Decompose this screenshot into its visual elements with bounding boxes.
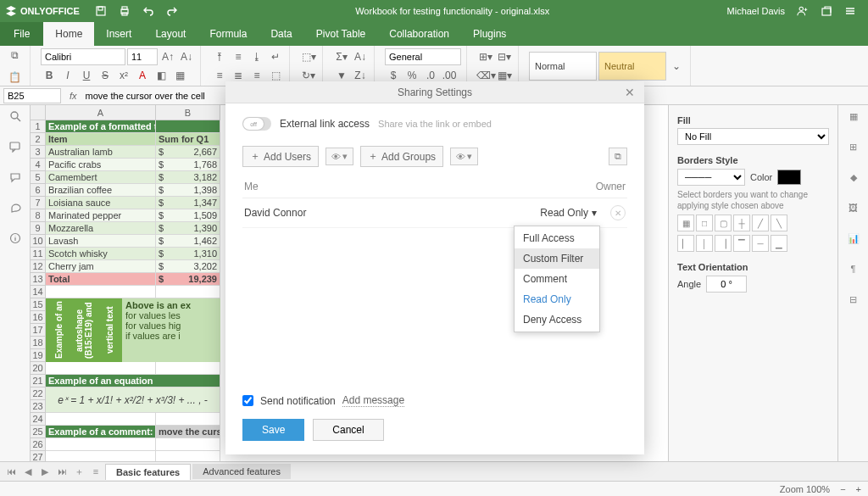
undo-icon[interactable] — [142, 5, 154, 17]
close-icon[interactable]: ✕ — [622, 85, 637, 100]
groups-visibility-button[interactable]: 👁▾ — [450, 148, 478, 165]
row-header[interactable]: 19 — [31, 349, 46, 362]
border-horiz-icon[interactable]: ─ — [752, 235, 769, 252]
col-header-b[interactable]: B — [156, 105, 220, 120]
chart-settings-icon[interactable]: 📊 — [846, 231, 861, 246]
wrap-icon[interactable]: ↵ — [267, 48, 284, 65]
copy-icon[interactable]: ⧉ — [7, 47, 24, 64]
row-header[interactable]: 27 — [31, 451, 46, 461]
col-header-a[interactable]: A — [46, 105, 156, 120]
menu-data[interactable]: Data — [259, 22, 303, 46]
cell[interactable]: $1,509 — [156, 209, 220, 222]
cell[interactable]: $1,462 — [156, 235, 220, 248]
cell[interactable]: $2,667 — [156, 146, 220, 159]
external-link-toggle[interactable]: off — [242, 117, 271, 131]
border-vert-icon[interactable]: │ — [696, 235, 713, 252]
pivot-settings-icon[interactable]: ⊟ — [846, 292, 861, 307]
add-user-icon[interactable] — [797, 5, 809, 17]
perm-full-access[interactable]: Full Access — [515, 228, 599, 248]
row-header[interactable]: 10 — [31, 235, 46, 248]
embed-button[interactable]: ⧉ — [609, 148, 627, 165]
sort-asc-icon[interactable]: A↓ — [352, 48, 369, 65]
cell[interactable]: Loisiana sauce — [46, 197, 156, 209]
cell[interactable]: Brazilian coffee — [46, 184, 156, 197]
comment-cell[interactable]: move the curs — [156, 426, 220, 438]
font-name-select[interactable] — [41, 48, 125, 65]
border-outer-icon[interactable]: ▢ — [715, 215, 732, 231]
cell[interactable]: Pacific crabs — [46, 159, 156, 171]
cell[interactable]: Marinated pepper — [46, 209, 156, 222]
row-header[interactable]: 16 — [31, 311, 46, 324]
permission-select[interactable]: Read Only ▾ — [540, 207, 610, 219]
cell[interactable]: Total — [46, 273, 156, 286]
cell[interactable]: $1,310 — [156, 248, 220, 260]
cell[interactable]: Lavash — [46, 235, 156, 248]
open-location-icon[interactable] — [821, 5, 832, 17]
border-bottom-icon[interactable]: ▁ — [771, 235, 787, 252]
cell[interactable]: Example of a formatted table — [46, 120, 156, 133]
cell[interactable]: Camembert — [46, 171, 156, 184]
table-settings-icon[interactable]: ⊞ — [846, 139, 861, 154]
underline-button[interactable]: U — [78, 67, 95, 84]
perm-read-only[interactable]: Read Only — [515, 289, 599, 309]
border-all-icon[interactable]: ▦ — [677, 215, 694, 231]
search-icon[interactable] — [8, 109, 23, 124]
menu-insert[interactable]: Insert — [94, 22, 143, 46]
sheet-tab-advanced[interactable]: Advanced features — [192, 464, 291, 479]
row-header[interactable]: 7 — [31, 197, 46, 209]
border-inner-icon[interactable]: ┼ — [733, 215, 750, 231]
named-range-icon[interactable]: ⬚▾ — [300, 48, 317, 65]
row-header[interactable]: 4 — [31, 159, 46, 171]
sheet-add-icon[interactable]: ＋ — [71, 464, 86, 479]
add-users-button[interactable]: ＋Add Users — [242, 146, 319, 167]
zoom-label[interactable]: Zoom 100% — [780, 484, 830, 494]
row-header[interactable]: 5 — [31, 171, 46, 184]
fill-color-icon[interactable]: ◧ — [153, 67, 170, 84]
menu-bars-icon[interactable] — [844, 5, 856, 17]
italic-button[interactable]: I — [59, 67, 76, 84]
border-color-swatch[interactable] — [777, 170, 801, 185]
cell[interactable]: $1,398 — [156, 184, 220, 197]
image-settings-icon[interactable]: 🖼 — [846, 200, 861, 215]
print-icon[interactable] — [119, 5, 131, 17]
fx-icon[interactable]: fx — [64, 91, 82, 101]
sheet-first-icon[interactable]: ⏮ — [3, 464, 19, 479]
zoom-out-icon[interactable]: − — [840, 484, 845, 494]
row-header[interactable]: 24 — [31, 413, 46, 426]
menu-formula[interactable]: Formula — [198, 22, 259, 46]
border-diag1-icon[interactable]: ╱ — [752, 215, 769, 231]
row-header[interactable]: 25 — [31, 426, 46, 438]
menu-home[interactable]: Home — [43, 22, 94, 46]
sheet-next-icon[interactable]: ▶ — [37, 464, 53, 479]
cell[interactable]: $3,202 — [156, 260, 220, 273]
row-header[interactable]: 3 — [31, 146, 46, 159]
row-header[interactable]: 9 — [31, 222, 46, 235]
cell[interactable]: Cherry jam — [46, 260, 156, 273]
row-header[interactable]: 22 — [31, 387, 46, 400]
border-style-select[interactable]: ──── — [677, 169, 745, 186]
row-header[interactable]: 14 — [31, 286, 46, 298]
menu-plugins[interactable]: Plugins — [461, 22, 518, 46]
border-none-icon[interactable]: □ — [696, 215, 713, 231]
border-top-icon[interactable]: ▔ — [733, 235, 750, 252]
save-button[interactable]: Save — [242, 419, 304, 441]
add-message-link[interactable]: Add message — [342, 394, 404, 407]
bold-button[interactable]: B — [41, 67, 58, 84]
feedback-icon[interactable] — [8, 200, 23, 215]
row-header[interactable]: 18 — [31, 337, 46, 349]
fill-select[interactable]: No Fill — [677, 128, 829, 145]
cell-styles-more-icon[interactable]: ⌄ — [668, 58, 685, 75]
row-header[interactable]: 8 — [31, 209, 46, 222]
chat-icon[interactable] — [8, 170, 23, 185]
row-header[interactable]: 11 — [31, 248, 46, 260]
number-format-select[interactable] — [385, 48, 461, 65]
row-header[interactable]: 1 — [31, 120, 46, 133]
perm-custom-filter[interactable]: Custom Filter — [515, 248, 599, 269]
row-header[interactable]: 26 — [31, 438, 46, 451]
borders-icon[interactable]: ▦ — [171, 67, 188, 84]
align-bot-icon[interactable]: ⭳ — [248, 48, 265, 65]
cell[interactable] — [156, 120, 220, 133]
perm-deny-access[interactable]: Deny Access — [515, 309, 599, 330]
users-visibility-button[interactable]: 👁▾ — [326, 148, 353, 165]
cancel-button[interactable]: Cancel — [313, 419, 383, 441]
